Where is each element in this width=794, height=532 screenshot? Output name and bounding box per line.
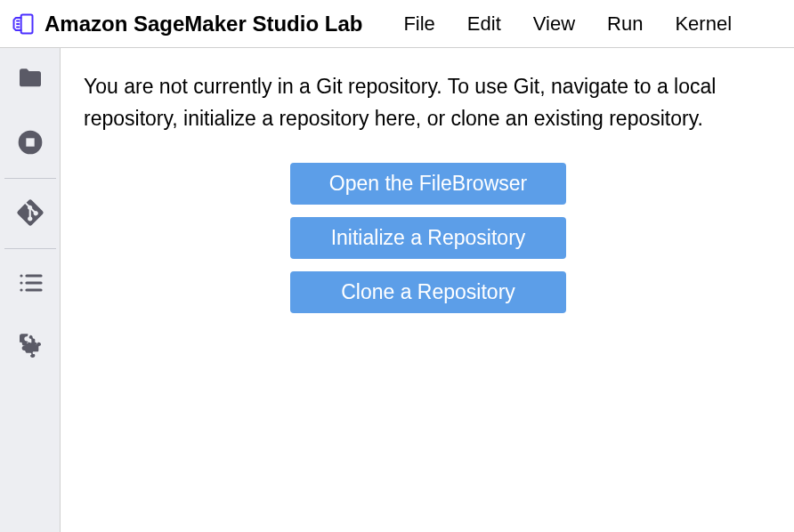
menu-run[interactable]: Run — [591, 12, 659, 36]
menu-file[interactable]: File — [387, 12, 450, 36]
menu-kernel[interactable]: Kernel — [659, 12, 748, 36]
puzzle-icon — [16, 333, 45, 365]
activity-separator — [4, 178, 56, 179]
activity-running[interactable] — [0, 112, 61, 176]
open-filebrowser-button[interactable]: Open the FileBrowser — [290, 163, 566, 205]
app-title: Amazon SageMaker Studio Lab — [45, 12, 362, 36]
activity-separator — [4, 248, 56, 249]
list-icon — [16, 269, 45, 301]
activity-git[interactable] — [0, 182, 61, 246]
svg-point-6 — [20, 274, 22, 277]
git-panel: You are not currently in a Git repositor… — [61, 48, 794, 532]
svg-point-7 — [20, 281, 22, 284]
git-icon — [16, 198, 45, 230]
activity-filebrowser[interactable] — [0, 48, 61, 112]
git-actions: Open the FileBrowser Initialize a Reposi… — [84, 163, 773, 313]
menubar: Amazon SageMaker Studio Lab File Edit Vi… — [0, 0, 794, 48]
menu-view[interactable]: View — [517, 12, 591, 36]
stop-circle-icon — [16, 128, 45, 160]
activity-extensions[interactable] — [0, 317, 61, 381]
activity-contents[interactable] — [0, 253, 61, 317]
folder-icon — [16, 64, 45, 96]
body-area: You are not currently in a Git repositor… — [0, 48, 794, 532]
app-logo-icon — [11, 12, 36, 36]
menu-edit[interactable]: Edit — [451, 12, 517, 36]
activity-bar — [0, 48, 61, 532]
clone-repo-button[interactable]: Clone a Repository — [290, 271, 566, 313]
svg-rect-0 — [21, 14, 33, 33]
init-repo-button[interactable]: Initialize a Repository — [290, 217, 566, 259]
git-empty-message: You are not currently in a Git repositor… — [84, 71, 773, 134]
svg-point-8 — [20, 288, 22, 291]
svg-rect-2 — [26, 138, 34, 146]
